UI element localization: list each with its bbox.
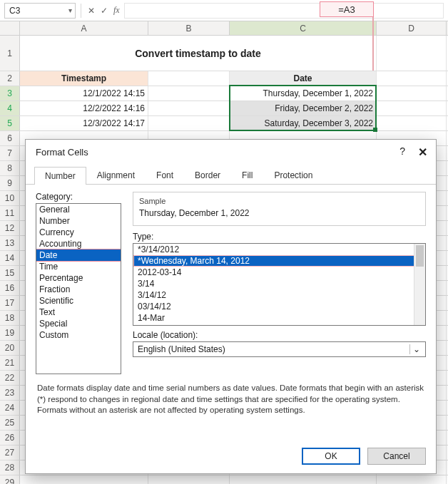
- category-option[interactable]: Special: [36, 318, 121, 329]
- timestamp-cell[interactable]: 12/1/2022 14:15: [20, 86, 148, 101]
- dialog-title: Format Cells: [36, 147, 88, 158]
- category-option[interactable]: Number: [36, 215, 121, 227]
- select-all-corner[interactable]: [0, 21, 20, 35]
- date-cell[interactable]: Thursday, December 1, 2022: [230, 86, 377, 101]
- timestamp-cell[interactable]: 12/2/2022 14:16: [20, 101, 148, 115]
- ok-button[interactable]: OK: [302, 448, 360, 465]
- header-timestamp[interactable]: Timestamp: [20, 71, 148, 86]
- scrollbar[interactable]: [414, 244, 425, 325]
- category-option[interactable]: General: [36, 204, 121, 215]
- close-icon[interactable]: ✕: [418, 145, 427, 159]
- title-cell[interactable]: Convert timestamp to date: [20, 36, 377, 71]
- timestamp-cell[interactable]: 12/3/2022 14:17: [20, 116, 148, 130]
- cell[interactable]: [230, 475, 377, 484]
- type-option[interactable]: *Wednesday, March 14, 2012: [133, 255, 425, 267]
- cell[interactable]: [20, 475, 148, 484]
- category-option[interactable]: Time: [36, 261, 121, 272]
- cell[interactable]: [148, 475, 230, 484]
- cell[interactable]: [377, 71, 447, 86]
- cell[interactable]: [377, 101, 447, 115]
- column-header[interactable]: B: [148, 21, 230, 35]
- row-header[interactable]: 26: [0, 431, 20, 445]
- row-header[interactable]: 22: [0, 371, 20, 385]
- row-header[interactable]: 17: [0, 296, 20, 310]
- row-header[interactable]: 15: [0, 266, 20, 280]
- type-option[interactable]: 2012-03-14: [133, 267, 425, 278]
- row-header[interactable]: 16: [0, 281, 20, 295]
- row-header[interactable]: 23: [0, 386, 20, 400]
- category-option[interactable]: Scientific: [36, 295, 121, 307]
- tab-number[interactable]: Number: [34, 167, 86, 185]
- cell[interactable]: [377, 475, 447, 484]
- category-option[interactable]: Text: [36, 307, 121, 318]
- row-header[interactable]: 5: [0, 116, 20, 130]
- category-listbox[interactable]: GeneralNumberCurrencyAccountingDateTimeP…: [36, 203, 121, 374]
- row-header[interactable]: 18: [0, 311, 20, 325]
- row-header[interactable]: 11: [0, 206, 20, 220]
- row-header[interactable]: 25: [0, 416, 20, 430]
- row-header[interactable]: 29: [0, 475, 20, 484]
- row-header[interactable]: 12: [0, 221, 20, 235]
- type-option[interactable]: 14-Mar: [133, 312, 425, 324]
- dialog-titlebar[interactable]: Format Cells ? ✕: [26, 140, 436, 163]
- tab-border[interactable]: Border: [184, 166, 231, 184]
- accept-formula-icon[interactable]: ✓: [99, 6, 109, 16]
- column-header[interactable]: A: [20, 21, 148, 35]
- row-header[interactable]: 21: [0, 356, 20, 370]
- help-icon[interactable]: ?: [399, 145, 405, 159]
- chevron-down-icon[interactable]: ▾: [68, 6, 72, 14]
- name-box[interactable]: C3 ▾: [4, 3, 76, 19]
- type-option[interactable]: *3/14/2012: [133, 244, 425, 255]
- date-cell[interactable]: Saturday, December 3, 2022: [230, 116, 377, 130]
- column-header[interactable]: D: [377, 21, 447, 35]
- row-header[interactable]: 4: [0, 101, 20, 115]
- row-header[interactable]: 1: [0, 36, 20, 71]
- type-option[interactable]: 3/14: [133, 278, 425, 289]
- row-header[interactable]: 28: [0, 460, 20, 475]
- type-option[interactable]: 3/14/12: [133, 289, 425, 301]
- chevron-down-icon[interactable]: ⌄: [409, 344, 422, 354]
- row-header[interactable]: 13: [0, 236, 20, 250]
- tab-protection[interactable]: Protection: [263, 166, 323, 184]
- cancel-formula-icon[interactable]: ✕: [86, 6, 96, 16]
- cell[interactable]: [377, 86, 447, 101]
- cell[interactable]: [148, 116, 230, 130]
- tab-alignment[interactable]: Alignment: [86, 166, 146, 184]
- locale-select[interactable]: English (United States) ⌄: [133, 341, 426, 357]
- row-header[interactable]: 20: [0, 341, 20, 355]
- row-header[interactable]: 19: [0, 326, 20, 340]
- formula-input[interactable]: [124, 3, 444, 19]
- cell[interactable]: [148, 101, 230, 115]
- scroll-thumb[interactable]: [416, 245, 424, 267]
- row-header[interactable]: 24: [0, 401, 20, 415]
- tab-font[interactable]: Font: [146, 166, 184, 184]
- category-option[interactable]: Percentage: [36, 272, 121, 284]
- column-header[interactable]: C: [230, 21, 377, 35]
- row-header[interactable]: 14: [0, 251, 20, 265]
- date-cell[interactable]: Friday, December 2, 2022: [230, 101, 377, 115]
- category-option[interactable]: Fraction: [36, 284, 121, 295]
- cancel-button[interactable]: Cancel: [367, 448, 426, 465]
- cell[interactable]: [148, 86, 230, 101]
- row-header[interactable]: 10: [0, 191, 20, 205]
- tab-fill[interactable]: Fill: [231, 166, 263, 184]
- cell[interactable]: [377, 116, 447, 130]
- row-header[interactable]: 2: [0, 71, 20, 86]
- row-header[interactable]: 6: [0, 131, 20, 145]
- header-date[interactable]: Date: [230, 71, 377, 86]
- type-listbox[interactable]: *3/14/2012*Wednesday, March 14, 20122012…: [133, 243, 426, 326]
- cell[interactable]: [377, 36, 447, 71]
- row-header[interactable]: 7: [0, 146, 20, 160]
- row-header[interactable]: 9: [0, 176, 20, 190]
- category-option[interactable]: Currency: [36, 227, 121, 238]
- row-header[interactable]: 3: [0, 86, 20, 101]
- category-option[interactable]: Date: [36, 249, 121, 261]
- tab-strip: NumberAlignmentFontBorderFillProtection: [26, 166, 436, 185]
- row-header[interactable]: 8: [0, 161, 20, 175]
- cell[interactable]: [148, 71, 230, 86]
- category-option[interactable]: Accounting: [36, 238, 121, 249]
- fx-icon[interactable]: fx: [112, 5, 121, 16]
- category-option[interactable]: Custom: [36, 329, 121, 341]
- type-option[interactable]: 03/14/12: [133, 301, 425, 312]
- row-header[interactable]: 27: [0, 446, 20, 460]
